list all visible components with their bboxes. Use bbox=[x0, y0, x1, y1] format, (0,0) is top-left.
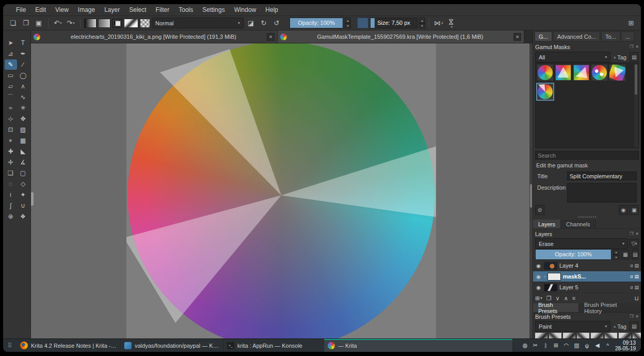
redo-button[interactable]: ↷▾ bbox=[65, 18, 76, 29]
alpha-lock-icon[interactable]: α bbox=[630, 274, 633, 279]
layer-filter-button[interactable]: ▽▾ bbox=[630, 239, 639, 249]
layer-visibility-icon[interactable]: ◉ bbox=[535, 263, 542, 269]
docker-tab-advanced-color[interactable]: Advanced Co... bbox=[553, 32, 600, 41]
move-tool[interactable]: ✥ bbox=[17, 114, 29, 124]
bezier-select-tool[interactable]: ʃ bbox=[5, 200, 17, 211]
opacity-slider[interactable]: Opacity: 100% bbox=[289, 18, 343, 28]
gamut-save-button[interactable]: ▣ bbox=[630, 205, 639, 215]
bezier-curve-tool[interactable]: ⌒ bbox=[5, 92, 17, 102]
menu-window[interactable]: Window bbox=[230, 4, 261, 16]
dynamic-brush-tool[interactable]: ≈ bbox=[5, 103, 17, 113]
docker-close-icon[interactable]: ✕ bbox=[635, 314, 639, 319]
reset-settings-button[interactable]: ↺ bbox=[271, 18, 282, 29]
display-icon[interactable]: ⊞ bbox=[553, 342, 559, 349]
clock[interactable]: 09:13 28-05-19 bbox=[615, 339, 641, 352]
multibrush-tool[interactable]: ✳ bbox=[17, 103, 29, 113]
alpha-lock-icon[interactable]: α bbox=[630, 263, 633, 268]
delete-layer-button[interactable]: ⊔ bbox=[634, 295, 639, 302]
gamut-mask-thumbnail[interactable] bbox=[591, 65, 607, 81]
docker-tab-more[interactable]: ... bbox=[621, 32, 634, 41]
calligraphy-tool[interactable]: ✒ bbox=[17, 49, 29, 59]
layer-opacity-slider[interactable]: Opacity: 100% bbox=[535, 249, 611, 260]
show-desktop-button[interactable]: ⠿ bbox=[3, 339, 17, 352]
gamut-description-input[interactable] bbox=[567, 183, 637, 203]
gamut-view-menu-button[interactable]: ▤ bbox=[630, 52, 639, 62]
freehand-select-tool[interactable]: ≀ bbox=[5, 190, 17, 200]
assistants-tool[interactable]: ✢ bbox=[5, 157, 17, 167]
gamut-mask-thumbnail[interactable] bbox=[555, 65, 571, 81]
gamut-filter-combobox[interactable]: All ▾ bbox=[535, 52, 610, 63]
brush-preset-thumbnail[interactable] bbox=[577, 333, 589, 338]
transform-tool[interactable]: ⊹ bbox=[5, 114, 17, 124]
device-notifier-icon[interactable]: ▥ bbox=[573, 342, 580, 349]
brush-filter-combobox[interactable]: Paint ▾ bbox=[535, 321, 610, 332]
brush-preset-thumbnail[interactable] bbox=[591, 333, 603, 338]
docker-float-icon[interactable]: ❐ bbox=[630, 44, 633, 49]
menu-tools[interactable]: Tools bbox=[174, 4, 198, 16]
brush-preset-thumbnail[interactable] bbox=[549, 333, 561, 338]
shape-select-tool[interactable]: ➤ bbox=[5, 38, 17, 48]
brush-preset-thumbnail[interactable] bbox=[563, 333, 575, 338]
brush-preset-thumbnail[interactable] bbox=[619, 333, 631, 338]
polygonal-select-tool[interactable]: ◇ bbox=[17, 179, 29, 189]
blending-mode-combobox[interactable]: Normal ▾ bbox=[152, 18, 244, 28]
canvas-page[interactable] bbox=[126, 43, 436, 338]
mirror-horizontal-button[interactable]: ⋈▾ bbox=[433, 18, 444, 29]
gamut-mask-thumbnail[interactable] bbox=[609, 65, 625, 81]
layer-row-layer4[interactable]: ◉ Layer 4 α ▤ bbox=[533, 260, 641, 271]
tab-channels[interactable]: Channels bbox=[561, 220, 595, 228]
docker-tab-gamut-masks[interactable]: G... bbox=[535, 32, 552, 41]
gamut-tag-button[interactable]: ▫ Tag bbox=[612, 54, 628, 60]
tab-brush-preset-history[interactable]: Brush Preset History bbox=[579, 303, 641, 312]
elliptical-select-tool[interactable]: ◌ bbox=[5, 179, 17, 189]
canvas-area[interactable] bbox=[31, 43, 533, 338]
open-document-button[interactable]: ❐ bbox=[20, 18, 31, 29]
menu-help[interactable]: Help bbox=[261, 4, 283, 16]
move-layer-up-button[interactable]: ∧ bbox=[564, 295, 568, 302]
reference-images-tool[interactable]: ❏ bbox=[5, 168, 17, 178]
rectangular-select-tool[interactable]: ▢ bbox=[17, 168, 29, 178]
rectangle-tool[interactable]: ▭ bbox=[5, 70, 17, 81]
gamut-preview-button[interactable]: ◉ bbox=[619, 205, 628, 215]
volume-icon[interactable]: ◀ bbox=[594, 342, 601, 349]
docker-float-icon[interactable]: ❐ bbox=[630, 314, 633, 319]
tab-layers[interactable]: Layers bbox=[533, 220, 561, 228]
line-tool[interactable]: ∕ bbox=[17, 59, 29, 70]
docker-close-icon[interactable]: ✕ bbox=[635, 231, 639, 236]
gradient-chooser-button[interactable] bbox=[84, 19, 96, 28]
similar-color-select-tool[interactable]: ✦ bbox=[17, 190, 29, 200]
brush-preset-thumbnail[interactable] bbox=[633, 333, 641, 338]
layer-checker-button[interactable]: ▦ bbox=[621, 250, 630, 259]
move-layer-down-button[interactable]: ∨ bbox=[556, 295, 560, 302]
task-kmymoney[interactable]: valdyas/foundation/paypal — KM... bbox=[121, 339, 223, 352]
gamut-mask-thumbnail[interactable] bbox=[573, 65, 589, 81]
brush-size-spinner[interactable]: ▴▾ bbox=[419, 18, 425, 28]
docker-close-icon[interactable]: ✕ bbox=[635, 44, 639, 49]
menu-file[interactable]: File bbox=[11, 4, 30, 16]
tray-expand-icon[interactable]: ^ bbox=[604, 343, 611, 349]
wifi-icon[interactable]: ◠ bbox=[563, 342, 570, 349]
layer-blending-mode-combobox[interactable]: Erase ▾ bbox=[535, 238, 628, 249]
tab-brush-presets[interactable]: Brush Presets bbox=[533, 303, 579, 312]
tab-close-button[interactable]: ✕ bbox=[267, 33, 275, 41]
docker-float-icon[interactable]: ❐ bbox=[630, 231, 633, 236]
text-tool[interactable]: T bbox=[17, 38, 29, 48]
opacity-spinner[interactable]: ▴▾ bbox=[345, 18, 351, 28]
brush-tag-button[interactable]: ▫ Tag bbox=[612, 323, 628, 330]
pattern-chooser-button[interactable] bbox=[98, 19, 110, 28]
pattern-edit-tool[interactable]: ▦ bbox=[17, 135, 29, 146]
gamut-title-input[interactable] bbox=[567, 172, 637, 180]
layer-properties-icon[interactable]: ▤ bbox=[634, 274, 639, 279]
measure-tool[interactable]: ∡ bbox=[17, 157, 29, 167]
save-button[interactable]: ▣ bbox=[33, 18, 44, 29]
alpha-lock-icon[interactable]: α bbox=[630, 285, 633, 290]
docker-splitter[interactable] bbox=[533, 215, 641, 219]
tab-close-button[interactable]: ✕ bbox=[513, 33, 521, 41]
mirror-vertical-button[interactable]: ⋈▾ bbox=[446, 18, 457, 29]
layer-visibility-icon[interactable]: ◉ bbox=[535, 274, 542, 280]
fill-tool[interactable]: ◣ bbox=[17, 146, 29, 157]
fill-pattern-button[interactable] bbox=[140, 19, 150, 28]
menu-image[interactable]: Image bbox=[73, 4, 100, 16]
gamut-list-scrollbar[interactable] bbox=[634, 64, 638, 147]
layer-visibility-icon[interactable]: ◉ bbox=[535, 285, 542, 290]
